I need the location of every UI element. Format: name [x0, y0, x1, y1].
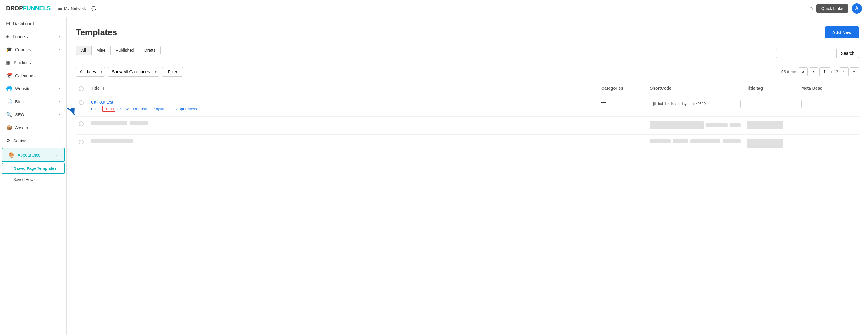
row-checkbox: [76, 139, 88, 145]
sidebar-item-label: Assets: [15, 125, 28, 130]
top-nav: DROP FUNNELS 🏘 My Network 💬 ⌂ Quick Link…: [0, 0, 868, 17]
items-count: 53 items: [781, 69, 797, 74]
settings-icon: ⚙: [6, 138, 10, 143]
dropfunnels-action[interactable]: DropFunnels: [175, 107, 197, 111]
blurred-title: [91, 139, 133, 143]
sidebar-item-label: SEO: [15, 112, 24, 117]
row-titletag-col: [744, 100, 798, 108]
row-shortcode-col: [647, 139, 744, 143]
pagination: 53 items « ‹ of 3 › »: [781, 67, 859, 76]
tab-all[interactable]: All: [76, 46, 92, 55]
messages-nav[interactable]: 💬: [91, 6, 96, 11]
sidebar-item-label: Dashboard: [13, 21, 34, 26]
chevron-icon: ‹: [59, 47, 60, 52]
blurred-titletag: [747, 121, 783, 129]
sidebar-item-pipelines[interactable]: ▦ Pipelines: [0, 56, 66, 69]
titletag-input[interactable]: [747, 100, 790, 108]
network-icon: 🏘: [58, 6, 62, 11]
sidebar-item-label: Courses: [15, 47, 31, 52]
sidebar-item-label: Funnels: [13, 34, 28, 39]
prev-page-button[interactable]: ‹: [809, 67, 818, 76]
row-titletag-col: [744, 139, 798, 148]
duplicate-template-action[interactable]: Duplicate Template: [133, 107, 166, 111]
website-icon: 🌐: [6, 86, 12, 92]
view-action[interactable]: View: [120, 107, 128, 111]
sidebar-sub-item-saved-rows[interactable]: Saved Rows: [0, 174, 66, 185]
avatar[interactable]: A: [851, 3, 862, 13]
nav-right: ⌂ Quick Links A: [809, 3, 862, 13]
chevron-icon: ‹: [59, 126, 60, 130]
add-new-button[interactable]: Add New: [825, 26, 859, 38]
col-categories: Categories: [598, 86, 647, 92]
blurred-titletag: [747, 139, 783, 147]
edit-action[interactable]: Edit: [91, 107, 98, 111]
sidebar-item-label: Appearance: [18, 153, 41, 158]
search-button[interactable]: Search: [837, 49, 859, 58]
row-select-checkbox[interactable]: [79, 140, 84, 144]
row-shortcode-col: [647, 121, 744, 129]
row-select-checkbox[interactable]: [79, 100, 84, 105]
sidebar-item-calendars[interactable]: 📅 Calendars: [0, 69, 66, 82]
total-pages: of 3: [831, 69, 838, 74]
row-actions: Edit | Trash | View | Duplicate Template…: [91, 106, 595, 112]
sidebar-item-dashboard[interactable]: ⊞ Dashboard: [0, 17, 66, 30]
quick-links-button[interactable]: Quick Links: [816, 4, 848, 13]
sidebar-sub-item-saved-page-templates[interactable]: Saved Page Templates: [2, 163, 65, 174]
filter-button[interactable]: Filter: [162, 67, 183, 77]
my-network-nav[interactable]: 🏘 My Network: [58, 6, 86, 11]
blurred-extra2: [730, 123, 741, 127]
table-header: Title ⬆ Categories ShortCode Title tag M…: [76, 83, 859, 95]
controls-row: All dates Show All Categories Filter 53 …: [76, 67, 859, 77]
row-title-col: [88, 139, 598, 146]
col-categories-label: Categories: [601, 86, 623, 91]
last-page-button[interactable]: »: [850, 67, 859, 76]
tab-drafts[interactable]: Drafts: [139, 46, 161, 55]
categories-select-wrapper: Show All Categories: [108, 67, 159, 77]
dates-select[interactable]: All dates: [76, 67, 105, 77]
shortcode-input[interactable]: [650, 100, 741, 108]
sidebar-item-courses[interactable]: 🎓 Courses ‹: [0, 43, 66, 56]
sidebar-item-appearance[interactable]: 🎨 Appearance ∨: [2, 148, 65, 162]
pipelines-icon: ▦: [6, 60, 10, 65]
row-select-checkbox[interactable]: [79, 122, 84, 126]
sidebar-item-assets[interactable]: 📦 Assets ‹: [0, 121, 66, 134]
col-titletag-label: Title tag: [747, 86, 763, 91]
blurred-shortcode: [650, 121, 704, 129]
sidebar-item-label: Settings: [13, 138, 29, 143]
trash-action[interactable]: Trash: [102, 106, 116, 112]
sort-icon[interactable]: ⬆: [102, 87, 104, 90]
row-categories: —: [601, 100, 606, 104]
sidebar-item-website[interactable]: 🌐 Website ‹: [0, 82, 66, 95]
table-row: Call out test Edit | Trash | View | Dupl…: [76, 95, 859, 116]
col-title: Title ⬆: [88, 86, 598, 92]
page-header: Templates Add New: [76, 26, 859, 38]
sidebar-item-settings[interactable]: ⚙ Settings ‹: [0, 134, 66, 147]
logo[interactable]: DROP FUNNELS: [6, 5, 51, 12]
metadesc-input[interactable]: [801, 100, 850, 108]
funnels-icon: ◈: [6, 34, 10, 39]
tab-published[interactable]: Published: [110, 46, 140, 55]
sidebar-item-funnels[interactable]: ◈ Funnels ‹: [0, 30, 66, 43]
page-title: Templates: [76, 28, 117, 37]
row-title-link[interactable]: Call out test: [91, 100, 595, 104]
search-input[interactable]: [776, 49, 837, 58]
sidebar-item-label: Blog: [15, 99, 24, 104]
chevron-down-icon: ∨: [55, 153, 58, 157]
col-checkbox: [76, 86, 88, 92]
sidebar-item-blog[interactable]: 📄 Blog ‹: [0, 95, 66, 108]
blurred-extra: [650, 139, 671, 143]
home-icon[interactable]: ⌂: [809, 5, 813, 11]
categories-select[interactable]: Show All Categories: [108, 67, 159, 77]
page-number-input[interactable]: [819, 67, 830, 76]
select-all-checkbox[interactable]: [79, 86, 84, 91]
chevron-icon: ‹: [59, 35, 60, 39]
sidebar-item-seo[interactable]: 🔍 SEO ‹: [0, 108, 66, 121]
main-content: Templates Add New All Mine Published Dra…: [67, 17, 868, 335]
assets-icon: 📦: [6, 125, 12, 131]
row-title-col: Call out test Edit | Trash | View | Dupl…: [88, 100, 598, 112]
tab-mine[interactable]: Mine: [91, 46, 111, 55]
next-page-button[interactable]: ›: [839, 67, 848, 76]
first-page-button[interactable]: «: [799, 67, 808, 76]
dates-select-wrapper: All dates: [76, 67, 105, 77]
blurred-extra4: [723, 139, 741, 143]
